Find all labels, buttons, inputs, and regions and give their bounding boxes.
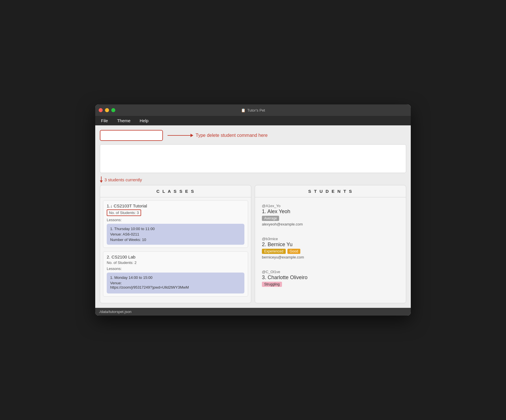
tag-average-1: Average (262, 216, 279, 221)
status-arrow-line (101, 176, 102, 180)
maximize-button[interactable] (111, 108, 115, 112)
lessons-label-2: Lessons: (107, 267, 244, 271)
student-email-2: berniceyu@example.com (262, 255, 399, 259)
classes-panel: C L A S S E S 1.↓ CS2103T Tutorial No. o… (100, 185, 251, 303)
class-card-1: 1.↓ CS2103T Tutorial No. of Students: 3 … (103, 200, 248, 248)
classes-body: 1.↓ CS2103T Tutorial No. of Students: 3 … (100, 197, 251, 303)
tag-struggling-3: Struggling (262, 282, 282, 287)
student-count-1: No. of Students: 3 (107, 209, 141, 216)
lesson-weeks-1-1: Number of Weeks: 10 (110, 238, 241, 242)
menu-help[interactable]: Help (139, 118, 150, 124)
main-content: delete-student 2 Type delete student com… (95, 125, 411, 308)
status-arrow-icon (100, 176, 103, 183)
students-header: S T U D E N T S (255, 185, 406, 197)
student-handle-2: @b3rnice (262, 237, 399, 241)
student-tags-3: Struggling (262, 282, 399, 287)
output-area (100, 144, 406, 173)
minimize-button[interactable] (105, 108, 109, 112)
students-panel: S T U D E N T S @A1ex_Yo 1. Alex Yeoh Av… (255, 185, 406, 303)
close-button[interactable] (99, 108, 103, 112)
class-title-1: 1.↓ CS2103T Tutorial (107, 203, 244, 208)
lesson-card-1-1: 1. Thursday 10:00 to 11:00 Venue: AS6-02… (107, 224, 244, 245)
student-card-2: @b3rnice 2. Bernice Yu Experienced Good … (258, 233, 403, 263)
class-card-2: 2. CS2100 Lab No. of Students: 2 Lessons… (103, 251, 248, 297)
arrow-head (190, 134, 193, 137)
student-handle-1: @A1ex_Yo (262, 204, 399, 208)
status-label: 3 students currently (100, 176, 406, 183)
students-body: @A1ex_Yo 1. Alex Yeoh Average alexyeoh@e… (255, 197, 406, 303)
status-bar: ./data/tutorspet.json (95, 308, 411, 316)
lesson-card-2-1: 1. Monday 14:00 to 15:00 Venue:https://z… (107, 273, 244, 293)
tag-good-2: Good (287, 249, 300, 254)
student-handle-3: @C_Ol1ve (262, 270, 399, 274)
annotation-text: Type delete student command here (196, 133, 268, 138)
student-name-1: 1. Alex Yeoh (262, 209, 399, 215)
menu-bar: File Theme Help (95, 116, 411, 125)
panels-row: C L A S S E S 1.↓ CS2103T Tutorial No. o… (100, 185, 406, 303)
lesson-venue-2-1: Venue:https://zoom/j/95317249?)pwd=Ulld2… (110, 281, 241, 289)
status-bar-text: ./data/tutorspet.json (99, 310, 131, 314)
student-card-3: @C_Ol1ve 3. Charlotte Oliveiro Strugglin… (258, 266, 403, 291)
student-tags-2: Experienced Good (262, 249, 399, 254)
title-bar: 📋 Tutor's Pet (95, 104, 411, 116)
title-icon: 📋 (241, 108, 246, 112)
student-count-2: No. of Students: 2 (107, 260, 244, 265)
app-window: 📋 Tutor's Pet File Theme Help delete-stu… (95, 104, 411, 316)
menu-theme[interactable]: Theme (116, 118, 132, 124)
lessons-label-1: Lessons: (107, 218, 244, 222)
lesson-venue-1-1: Venue: AS6-0211 (110, 232, 241, 236)
arrow-shaft (168, 135, 190, 136)
title-text: Tutor's Pet (247, 108, 265, 112)
tag-experienced-2: Experienced (262, 249, 286, 254)
class-title-2: 2. CS2100 Lab (107, 254, 244, 259)
student-card-1: @A1ex_Yo 1. Alex Yeoh Average alexyeoh@e… (258, 200, 403, 230)
student-name-2: 2. Bernice Yu (262, 242, 399, 248)
status-text: 3 students currently (104, 177, 142, 182)
student-name-3: 3. Charlotte Oliveiro (262, 275, 399, 281)
menu-file[interactable]: File (100, 118, 109, 124)
traffic-lights (99, 108, 115, 112)
lesson-time-1-1: 1. Thursday 10:00 to 11:00 (110, 227, 241, 231)
lesson-time-2-1: 1. Monday 14:00 to 15:00 (110, 275, 241, 280)
student-email-1: alexyeoh@example.com (262, 222, 399, 226)
window-title: 📋 Tutor's Pet (241, 108, 265, 112)
command-input[interactable]: delete-student 2 (100, 130, 163, 141)
status-arrow-head (100, 180, 103, 183)
student-tags-1: Average (262, 216, 399, 221)
command-annotation: Type delete student command here (168, 133, 268, 138)
annotation-arrow (168, 134, 193, 137)
classes-header: C L A S S E S (100, 185, 251, 197)
command-row: delete-student 2 Type delete student com… (100, 130, 406, 141)
